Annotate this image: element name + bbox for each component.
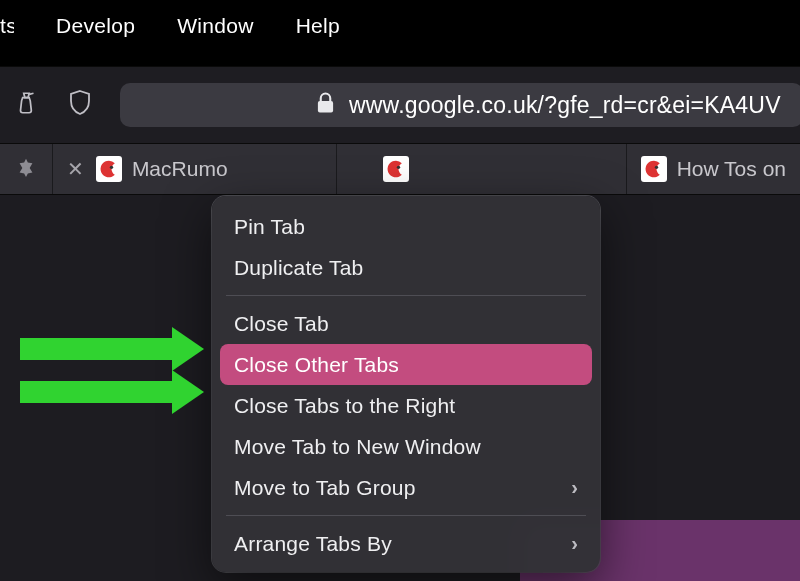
menu-item-window[interactable]: Window <box>177 14 254 38</box>
ctx-move-to-tab-group[interactable]: Move to Tab Group › <box>220 467 592 508</box>
spray-bottle-icon[interactable] <box>14 90 40 120</box>
shield-icon[interactable] <box>68 89 92 121</box>
tab-3[interactable]: How Tos on <box>627 144 800 194</box>
url-pill[interactable]: www.google.co.uk/?gfe_rd=cr&ei=KA4UV <box>120 83 800 127</box>
favicon <box>641 156 667 182</box>
chevron-right-icon: › <box>571 476 578 499</box>
svg-point-6 <box>654 166 657 169</box>
tab-2[interactable] <box>337 144 626 194</box>
ctx-close-tabs-right[interactable]: Close Tabs to the Right <box>220 385 592 426</box>
tab-3-title: How Tos on <box>677 157 786 181</box>
url-bar-region: www.google.co.uk/?gfe_rd=cr&ei=KA4UV <box>120 83 800 127</box>
annotation-arrow-top <box>20 338 204 360</box>
tab-context-menu: Pin Tab Duplicate Tab Close Tab Close Ot… <box>212 196 600 572</box>
favicon-macrumors <box>96 156 122 182</box>
svg-point-2 <box>110 166 113 169</box>
tab-pinned[interactable] <box>0 144 53 194</box>
ctx-duplicate-tab[interactable]: Duplicate Tab <box>220 247 592 288</box>
ctx-arrange-tabs-by[interactable]: Arrange Tabs By › <box>220 523 592 564</box>
menu-separator <box>226 295 586 296</box>
pinned-favicon <box>15 156 37 183</box>
close-icon[interactable]: ✕ <box>67 157 86 181</box>
ctx-move-to-new-window[interactable]: Move Tab to New Window <box>220 426 592 467</box>
svg-point-4 <box>397 166 400 169</box>
favicon <box>383 156 409 182</box>
system-menubar: ts Develop Window Help <box>0 0 800 52</box>
annotation-arrow-bottom <box>20 381 204 403</box>
tab-1-title: MacRumo <box>132 157 228 181</box>
url-text: www.google.co.uk/?gfe_rd=cr&ei=KA4UV <box>349 92 781 119</box>
ctx-close-other-tabs[interactable]: Close Other Tabs <box>220 344 592 385</box>
ctx-pin-tab[interactable]: Pin Tab <box>220 206 592 247</box>
browser-toolbar: www.google.co.uk/?gfe_rd=cr&ei=KA4UV <box>0 67 800 143</box>
chevron-right-icon: › <box>571 532 578 555</box>
tab-1[interactable]: ✕ MacRumo <box>53 144 337 194</box>
lock-icon <box>316 91 335 119</box>
menu-separator <box>226 515 586 516</box>
ctx-close-tab[interactable]: Close Tab <box>220 303 592 344</box>
menu-item-develop[interactable]: Develop <box>56 14 135 38</box>
menu-item-help[interactable]: Help <box>296 14 340 38</box>
svg-rect-0 <box>318 101 333 112</box>
tab-strip: ✕ MacRumo How Tos on <box>0 143 800 195</box>
menu-item-partial[interactable]: ts <box>0 14 14 38</box>
